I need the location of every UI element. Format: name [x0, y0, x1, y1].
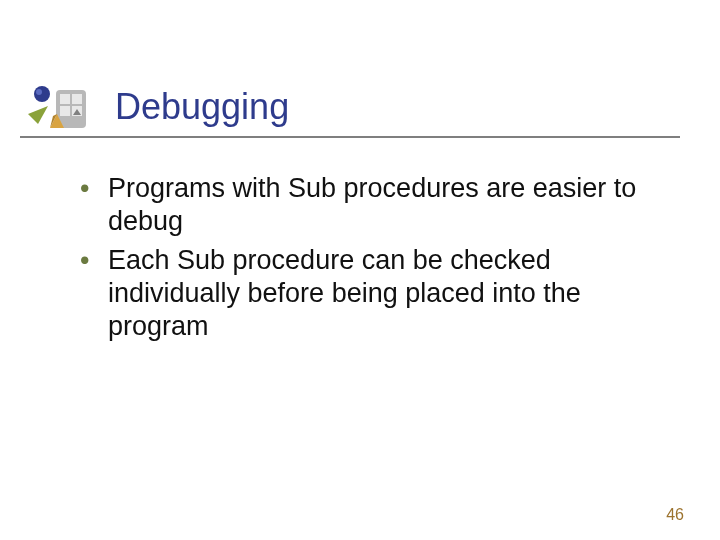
svg-rect-2: [72, 94, 82, 104]
list-item: Programs with Sub procedures are easier …: [70, 172, 640, 238]
svg-point-6: [34, 86, 50, 102]
page-number: 46: [666, 506, 684, 524]
slide: Debugging Programs with Sub procedures a…: [0, 0, 720, 540]
slide-body: Programs with Sub procedures are easier …: [70, 172, 640, 349]
slide-title: Debugging: [115, 86, 289, 128]
slide-header: Debugging: [20, 84, 680, 154]
logo-icon: [20, 84, 92, 132]
title-underline: [20, 136, 680, 138]
svg-rect-1: [60, 94, 70, 104]
bullet-list: Programs with Sub procedures are easier …: [70, 172, 640, 343]
svg-rect-3: [60, 106, 70, 116]
list-item: Each Sub procedure can be checked indivi…: [70, 244, 640, 343]
svg-marker-8: [28, 106, 48, 124]
svg-point-7: [36, 89, 42, 95]
